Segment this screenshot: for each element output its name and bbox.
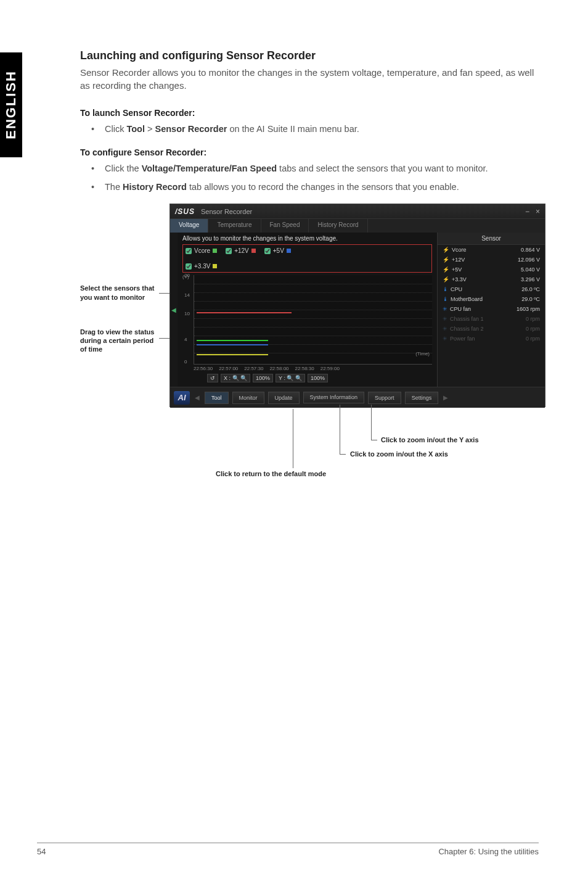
sensor-recorder-window: /SUS Sensor Recorder − × Voltage Tempera…	[169, 204, 545, 407]
callout-select-sensors: Select the sensors that you want to moni…	[80, 284, 160, 302]
sensor-row-disabled: ✳Power fan0 rpm	[438, 334, 545, 344]
zoom-x-label: X : 🔍 🔍	[221, 374, 250, 382]
zoom-reset-button[interactable]: ↺	[207, 374, 218, 382]
window-title: Sensor Recorder	[201, 208, 252, 215]
leader-line	[340, 405, 340, 454]
scroll-left-icon[interactable]: ◀	[170, 233, 178, 387]
trace-5v	[197, 344, 268, 345]
xtick: 22:56:30	[194, 366, 213, 371]
xtick: 22:57:30	[244, 366, 263, 371]
bullet-tabs: Click the Voltage/Temperature/Fan Speed …	[80, 162, 539, 176]
tab-row: Voltage Temperature Fan Speed History Re…	[170, 219, 545, 233]
bolt-icon: ⚡	[443, 247, 449, 253]
text-bold: Sensor Recorder	[155, 124, 227, 134]
toolbar-update-button[interactable]: Update	[268, 392, 300, 404]
sensor-row: ⚡Vcore0.864 V	[438, 245, 545, 255]
text-bold: History Record	[123, 182, 187, 192]
bottom-toolbar: AI ◀ Tool Monitor Update System Informat…	[170, 387, 545, 408]
toolbar-monitor-button[interactable]: Monitor	[232, 392, 264, 404]
fan-icon: ✳	[443, 306, 447, 312]
sensor-row: ⚡+12V12.096 V	[438, 255, 545, 265]
titlebar: /SUS Sensor Recorder − ×	[170, 204, 545, 219]
bolt-icon: ⚡	[443, 257, 449, 263]
text: Click the	[105, 163, 142, 173]
section-lead: Sensor Recorder allows you to monitor th…	[80, 66, 539, 92]
fan-icon: ✳	[443, 326, 447, 332]
toolbar-settings-button[interactable]: Settings	[405, 392, 439, 404]
voltage-graph[interactable]: 20 14 10 4 0	[194, 275, 432, 365]
sensor-row: 🌡MotherBoard29.0 ºC	[438, 294, 545, 304]
tab-history-record[interactable]: History Record	[309, 219, 367, 233]
text: Click	[105, 124, 126, 134]
leader-line	[340, 454, 346, 455]
tab-voltage[interactable]: Voltage	[170, 219, 208, 233]
sensor-row: ⚡+3.3V3.296 V	[438, 274, 545, 284]
toolbar-tool-button[interactable]: Tool	[205, 392, 229, 404]
xtick: 22:58:00	[269, 366, 288, 371]
subhead-launch: To launch Sensor Recorder:	[80, 108, 539, 118]
section-heading: Launching and configuring Sensor Recorde…	[80, 49, 539, 62]
page-number: 54	[37, 847, 46, 856]
check-vcore[interactable]: Vcore	[186, 247, 217, 254]
xtick: 22:57:00	[219, 366, 238, 371]
minimize-icon[interactable]: −	[525, 207, 529, 216]
callout-drag: Drag to view the status during a certain…	[80, 328, 160, 354]
callout-return: Click to return to the default mode	[216, 470, 326, 477]
check-3-3v[interactable]: +3.3V	[186, 263, 429, 270]
thermometer-icon: 🌡	[443, 296, 448, 302]
ytick: 10	[184, 311, 190, 316]
text: tabs and select the sensors that you wan…	[277, 163, 488, 173]
check-12v[interactable]: +12V	[226, 247, 256, 254]
time-label: (Time)	[415, 351, 430, 357]
ai-suite-logo-icon[interactable]: AI	[174, 391, 190, 405]
sensor-row: 🌡CPU26.0 ºC	[438, 284, 545, 294]
brand-logo: /SUS	[175, 207, 195, 216]
check-5v[interactable]: +5V	[264, 247, 291, 254]
toolbar-support-button[interactable]: Support	[368, 392, 401, 404]
zoom-y-value: 100%	[308, 374, 328, 382]
ytick: 4	[184, 337, 187, 342]
text-bold: Voltage/Temperature/Fan Speed	[142, 163, 277, 173]
tab-temperature[interactable]: Temperature	[208, 219, 261, 233]
bolt-icon: ⚡	[443, 266, 449, 273]
nav-right-icon[interactable]: ▶	[442, 394, 449, 401]
trace-3-3v	[197, 354, 268, 355]
sensor-row-disabled: ✳Chassis fan 10 rpm	[438, 314, 545, 324]
chapter-label: Chapter 6: Using the utilities	[438, 847, 539, 856]
tab-fan-speed[interactable]: Fan Speed	[261, 219, 309, 233]
language-tab: ENGLISH	[0, 52, 22, 157]
trace-12v	[197, 312, 292, 313]
bolt-icon: ⚡	[443, 276, 449, 283]
leader-line	[293, 409, 293, 468]
ytick: 14	[184, 292, 190, 298]
sensor-side-panel: Sensor ⚡Vcore0.864 V ⚡+12V12.096 V ⚡+5V5…	[437, 233, 545, 387]
ytick: 20	[184, 273, 190, 278]
leader-line	[371, 440, 377, 440]
leader-line	[371, 405, 372, 440]
text: The	[105, 182, 123, 192]
x-axis: 22:56:30 22:57:00 22:57:30 22:58:00 22:5…	[194, 366, 432, 371]
sensor-row: ⚡+5V5.040 V	[438, 265, 545, 274]
text: tab allows you to record the changes in …	[187, 182, 459, 192]
bullet-history: The History Record tab allows you to rec…	[80, 181, 539, 194]
zoom-x-value: 100%	[253, 374, 273, 382]
text: >	[145, 124, 155, 134]
fan-icon: ✳	[443, 316, 447, 322]
trace-vcore	[197, 340, 268, 341]
sensor-panel-header: Sensor	[438, 233, 545, 245]
bullet-launch: Click Tool > Sensor Recorder on the AI S…	[80, 123, 539, 136]
language-label: ENGLISH	[3, 70, 19, 139]
fan-icon: ✳	[443, 336, 447, 342]
xtick: 22:58:30	[295, 366, 314, 371]
toolbar-system-information-button[interactable]: System Information	[303, 392, 365, 403]
xtick: 22:59:00	[321, 366, 340, 371]
callout-y-zoom: Click to zoom in/out the Y axis	[381, 436, 479, 444]
nav-left-icon[interactable]: ◀	[194, 394, 201, 401]
sensor-row: ✳CPU fan1603 rpm	[438, 304, 545, 314]
close-icon[interactable]: ×	[536, 207, 540, 216]
subhead-configure: To configure Sensor Recorder:	[80, 147, 539, 157]
zoom-controls: ↺ X : 🔍 🔍 100% Y : 🔍 🔍 100%	[207, 374, 432, 382]
panel-description: Allows you to monitor the changes in the…	[182, 235, 432, 242]
callout-x-zoom: Click to zoom in/out the X axis	[350, 450, 448, 458]
zoom-y-label: Y : 🔍 🔍	[276, 374, 305, 382]
